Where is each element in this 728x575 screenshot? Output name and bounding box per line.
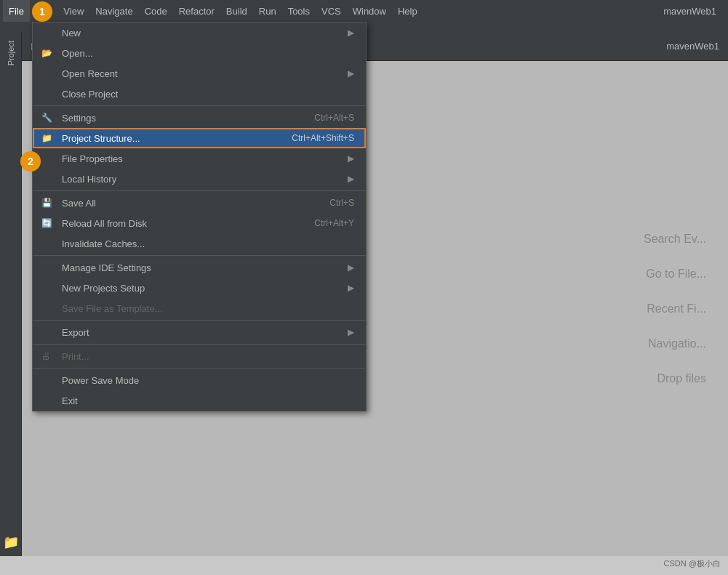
menu-item-new[interactable]: New ▶ [33, 23, 366, 43]
menu-open-label: Open... [62, 48, 93, 59]
settings-wrench-icon: 🔧 [41, 113, 52, 123]
menu-item-settings[interactable]: 🔧 Settings Ctrl+Alt+S [33, 108, 366, 128]
menu-item-save-all[interactable]: 💾 Save All Ctrl+S [33, 193, 366, 213]
menubar-window[interactable]: Window [347, 0, 392, 22]
separator-4 [33, 320, 366, 321]
menu-new-projects-label: New Projects Setup [62, 283, 145, 294]
menubar-tools[interactable]: Tools [282, 0, 316, 22]
menu-open-recent-arrow: ▶ [348, 68, 354, 79]
step-1-circle: 1 [32, 1, 52, 22]
sidebar-folder-icon[interactable]: 📁 [3, 535, 19, 550]
menu-project-structure-label: Project Structure... [62, 133, 140, 144]
menu-export-label: Export [62, 327, 89, 338]
menu-reload-label: Reload All from Disk [62, 218, 147, 229]
sidebar: Project 📁 [0, 32, 22, 556]
menubar-refactor[interactable]: Refactor [173, 0, 220, 22]
menu-power-save-label: Power Save Mode [62, 375, 139, 386]
menubar-file[interactable]: File [3, 0, 30, 22]
watermark: CSDN @极小白 [664, 558, 721, 569]
menubar-build[interactable]: Build [220, 0, 253, 22]
menu-item-manage-ide[interactable]: Manage IDE Settings ▶ [33, 257, 366, 278]
menu-item-print: 🖨 Print... [33, 346, 366, 366]
menu-file-properties-label: File Properties [62, 153, 123, 164]
menu-manage-ide-arrow: ▶ [348, 262, 354, 273]
drop-files-hint: Drop files [657, 372, 706, 385]
save-icon: 💾 [41, 198, 52, 208]
recent-files-hint: Recent Fi... [647, 302, 706, 315]
open-icon: 📂 [41, 48, 52, 58]
menu-print-label: Print... [62, 351, 89, 362]
menu-local-history-arrow: ▶ [348, 174, 354, 184]
menu-item-open-recent[interactable]: Open Recent ▶ [33, 63, 366, 84]
menu-item-project-structure[interactable]: 📁 Project Structure... Ctrl+Alt+Shift+S [33, 128, 366, 148]
menu-file-properties-arrow: ▶ [348, 153, 354, 164]
separator-1 [33, 105, 366, 106]
menubar-view[interactable]: View [57, 0, 89, 22]
separator-2 [33, 190, 366, 191]
menu-item-new-projects[interactable]: New Projects Setup ▶ [33, 278, 366, 298]
sidebar-project-tab[interactable]: Project [5, 38, 17, 70]
menu-item-save-template: Save File as Template... [33, 298, 366, 318]
menu-item-export[interactable]: Export ▶ [33, 322, 366, 342]
step-2-circle: 2 [20, 151, 41, 172]
menu-local-history-label: Local History [62, 174, 116, 185]
separator-3 [33, 255, 366, 256]
menu-exit-label: Exit [62, 395, 78, 406]
file-dropdown-menu: New ▶ 📂 Open... Open Recent ▶ Close Proj… [32, 22, 367, 411]
menu-new-projects-arrow: ▶ [348, 283, 354, 293]
content-title: mavenWeb1 [666, 41, 719, 52]
menu-open-recent-label: Open Recent [62, 68, 118, 79]
separator-6 [33, 368, 366, 369]
menu-save-all-shortcut: Ctrl+S [329, 198, 354, 208]
menubar-run[interactable]: Run [253, 0, 282, 22]
menu-item-file-properties[interactable]: File Properties ▶ [33, 148, 366, 169]
menu-item-close-project[interactable]: Close Project [33, 84, 366, 104]
app-title: mavenWeb1 [663, 6, 716, 17]
menubar: File Edit View Navigate Code Refactor Bu… [0, 0, 728, 22]
menu-invalidate-label: Invalidate Caches... [62, 238, 145, 249]
menubar-code[interactable]: Code [139, 0, 173, 22]
menu-save-all-label: Save All [62, 198, 96, 209]
menu-new-arrow: ▶ [348, 28, 354, 38]
menu-new-label: New [62, 28, 81, 39]
reload-icon: 🔄 [41, 218, 52, 228]
menubar-help[interactable]: Help [392, 0, 423, 22]
menu-item-reload[interactable]: 🔄 Reload All from Disk Ctrl+Alt+Y [33, 213, 366, 233]
print-icon: 🖨 [41, 351, 50, 361]
menu-item-power-save[interactable]: Power Save Mode [33, 370, 366, 390]
project-structure-icon: 📁 [41, 133, 52, 143]
menu-item-exit[interactable]: Exit [33, 390, 366, 411]
menu-item-open[interactable]: 📂 Open... [33, 43, 366, 63]
menu-settings-label: Settings [62, 113, 96, 124]
menubar-vcs[interactable]: VCS [316, 0, 347, 22]
menu-settings-shortcut: Ctrl+Alt+S [314, 113, 354, 123]
search-everywhere-hint: Search Ev... [644, 233, 706, 246]
separator-5 [33, 344, 366, 345]
menu-item-local-history[interactable]: Local History ▶ [33, 169, 366, 189]
menu-manage-ide-label: Manage IDE Settings [62, 262, 151, 273]
go-to-file-hint: Go to File... [646, 268, 706, 281]
menu-project-structure-shortcut: Ctrl+Alt+Shift+S [292, 133, 354, 143]
menu-save-template-label: Save File as Template... [62, 303, 163, 314]
menu-item-invalidate[interactable]: Invalidate Caches... [33, 233, 366, 254]
menu-reload-shortcut: Ctrl+Alt+Y [314, 218, 354, 228]
menu-close-project-label: Close Project [62, 89, 118, 100]
menubar-navigate[interactable]: Navigate [89, 0, 138, 22]
menu-export-arrow: ▶ [348, 327, 354, 337]
navigation-hint: Navigatio... [648, 337, 706, 350]
